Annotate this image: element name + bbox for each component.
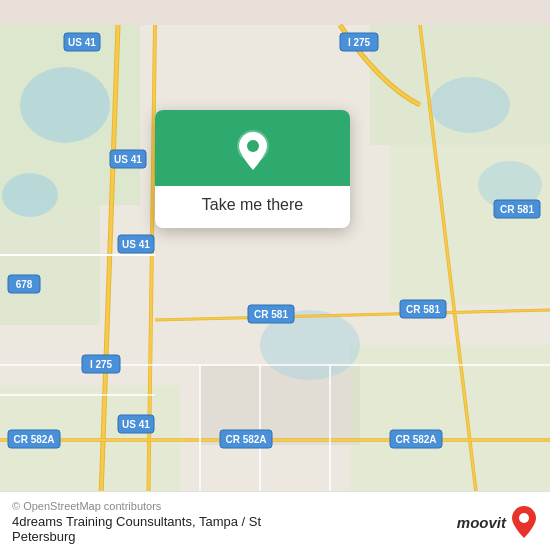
footer-copyright: © OpenStreetMap contributors (12, 500, 261, 512)
svg-text:CR 581: CR 581 (406, 304, 440, 315)
svg-text:I 275: I 275 (90, 359, 113, 370)
moovit-pin-icon (510, 505, 538, 539)
moovit-logo: moovit (457, 505, 538, 539)
location-pin-icon (231, 128, 275, 172)
svg-text:US 41: US 41 (122, 239, 150, 250)
popup-body: Take me there (186, 186, 319, 228)
popup-header (155, 110, 350, 186)
svg-point-57 (519, 513, 529, 523)
footer-left: © OpenStreetMap contributors 4dreams Tra… (12, 500, 261, 544)
svg-text:US 41: US 41 (122, 419, 150, 430)
svg-text:CR 582A: CR 582A (13, 434, 54, 445)
svg-text:CR 581: CR 581 (500, 204, 534, 215)
svg-point-4 (2, 173, 58, 217)
svg-text:US 41: US 41 (68, 37, 96, 48)
svg-text:CR 582A: CR 582A (395, 434, 436, 445)
popup-card: Take me there (155, 110, 350, 228)
svg-text:I 275: I 275 (348, 37, 371, 48)
footer-bar: © OpenStreetMap contributors 4dreams Tra… (0, 491, 550, 550)
footer-place-name: 4dreams Training Counsultants, Tampa / S… (12, 514, 261, 529)
svg-text:CR 581: CR 581 (254, 309, 288, 320)
map: I 275 US 41 US 41 US 41 US 41 678 CR 581… (0, 0, 550, 550)
svg-point-3 (20, 67, 110, 143)
svg-text:CR 582A: CR 582A (225, 434, 266, 445)
map-svg: I 275 US 41 US 41 US 41 US 41 678 CR 581… (0, 0, 550, 550)
take-me-there-button[interactable]: Take me there (202, 196, 303, 214)
svg-point-7 (430, 77, 510, 133)
svg-text:678: 678 (16, 279, 33, 290)
footer-place-city: Petersburg (12, 529, 261, 544)
svg-rect-2 (0, 205, 100, 325)
svg-text:US 41: US 41 (114, 154, 142, 165)
moovit-text: moovit (457, 514, 506, 531)
svg-point-56 (247, 140, 259, 152)
